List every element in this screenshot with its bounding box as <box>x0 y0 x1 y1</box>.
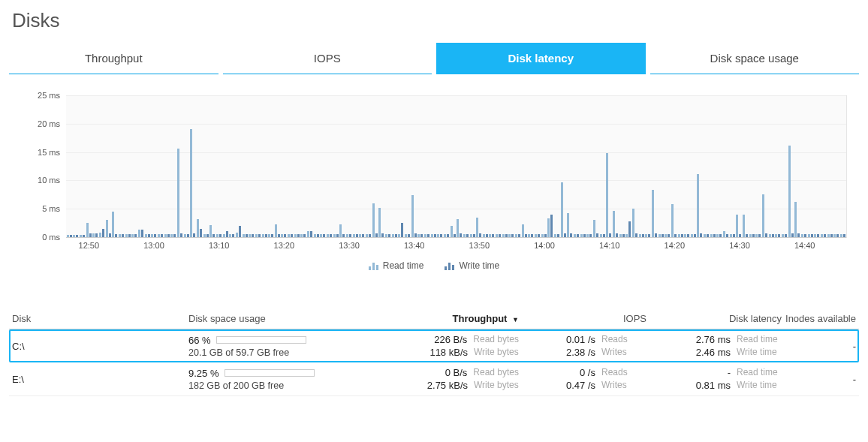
tabs: ThroughputIOPSDisk latencyDisk space usa… <box>9 43 859 74</box>
chart-bar-slot <box>644 95 651 237</box>
label-write-bytes: Write bytes <box>474 347 519 358</box>
legend-read-time[interactable]: Read time <box>369 260 424 271</box>
iops-write: 0.47 /s <box>550 380 595 391</box>
chart-bar-slot <box>716 95 723 237</box>
y-tick: 20 ms <box>26 119 66 128</box>
chart-bar-slot <box>521 95 528 237</box>
table-row[interactable]: E:\ 9.25 % 182 GB of 200 GB free 0 B/sRe… <box>9 362 859 396</box>
legend-write-time[interactable]: Write time <box>445 260 499 271</box>
disk-usage: 66 % 20.1 GB of 59.7 GB free <box>188 335 346 358</box>
chart-bar-slot <box>502 95 508 237</box>
chart-bar-slot <box>495 95 502 237</box>
tab-space[interactable]: Disk space usage <box>650 43 860 74</box>
col-header-throughput[interactable]: Throughput ▼ <box>346 313 519 324</box>
chart-bar-slot <box>580 95 586 237</box>
chart-bar-slot <box>508 95 515 237</box>
chart-bar-slot <box>352 95 359 237</box>
chart-bar-slot <box>592 95 599 237</box>
chart-bar-slot <box>326 95 333 237</box>
chart-bar-slot <box>333 95 339 237</box>
x-tick: 14:30 <box>729 241 750 250</box>
chart-bar-slot <box>98 95 105 237</box>
chart-bar-slot <box>833 95 839 237</box>
chart-bar-slot <box>417 95 423 237</box>
chart-bar-slot <box>79 95 86 237</box>
chart-bar-slot <box>697 95 704 237</box>
chart-bar-slot <box>345 95 352 237</box>
chart-bar-slot <box>443 95 450 237</box>
chart-bar-slot <box>638 95 645 237</box>
chart-bar-slot <box>794 95 801 237</box>
col-header-inodes[interactable]: Inodes available <box>782 313 856 324</box>
chart-bar-slot <box>203 95 209 237</box>
x-tick: 13:10 <box>209 241 230 250</box>
label-writes: Writes <box>601 347 646 358</box>
x-tick: 14:20 <box>665 241 686 250</box>
chart-plot-area: 0 ms5 ms10 ms15 ms20 ms25 ms <box>66 95 847 238</box>
chart-bar-slot <box>235 95 242 237</box>
chart-bar-slot <box>469 95 476 237</box>
chart-bar-slot <box>749 95 755 237</box>
chart-bar-slot <box>463 95 469 237</box>
col-header-throughput-label: Throughput <box>453 313 508 324</box>
chart-bar-slot <box>567 95 574 237</box>
throughput-read: 0 B/s <box>422 367 467 378</box>
chart-bar-slot <box>450 95 457 237</box>
latency-read: - <box>686 367 731 378</box>
col-header-iops[interactable]: IOPS <box>519 313 646 324</box>
chart-bar-slot <box>703 95 710 237</box>
tab-latency[interactable]: Disk latency <box>436 43 646 74</box>
chart-bar-slot <box>664 95 671 237</box>
chart-bar-slot <box>131 95 138 237</box>
chart-bar-slot <box>176 95 183 237</box>
chart-bar-slot <box>228 95 235 237</box>
chart-bar-slot <box>677 95 684 237</box>
chart-bar-slot <box>423 95 430 237</box>
col-header-disk[interactable]: Disk <box>12 313 188 324</box>
tab-throughput[interactable]: Throughput <box>9 43 219 74</box>
chart-bar-slot <box>482 95 489 237</box>
chart-bar-slot <box>690 95 697 237</box>
col-header-usage[interactable]: Disk space usage <box>188 313 346 324</box>
tab-iops[interactable]: IOPS <box>223 43 432 74</box>
chart-bar-slot <box>404 95 411 237</box>
chart-bar-slot <box>66 95 73 237</box>
iops-write: 2.38 /s <box>550 347 595 358</box>
chart-bar-slot <box>164 95 170 237</box>
chart-bar-slot <box>599 95 606 237</box>
chart-bar-slot <box>631 95 638 237</box>
chart-bar-slot <box>125 95 131 237</box>
legend-read-swatch-icon <box>369 261 378 270</box>
table-row[interactable]: C:\ 66 % 20.1 GB of 59.7 GB free 226 B/s… <box>9 329 859 362</box>
table-header-row: Disk Disk space usage Throughput ▼ IOPS … <box>9 308 859 329</box>
chart-bar-slot <box>541 95 547 237</box>
legend-write-label: Write time <box>459 260 499 271</box>
page-title: Disks <box>12 9 859 32</box>
chart-bar-slot <box>378 95 385 237</box>
chart-bar-slot <box>112 95 119 237</box>
label-write-bytes: Write bytes <box>474 380 519 391</box>
y-tick: 0 ms <box>26 233 66 242</box>
disks-table: Disk Disk space usage Throughput ▼ IOPS … <box>9 308 859 396</box>
chart-bar-slot <box>300 95 307 237</box>
y-tick: 10 ms <box>26 176 66 185</box>
chart-bar-slot <box>729 95 736 237</box>
chart-bar-slot <box>534 95 541 237</box>
usage-pct: 9.25 % <box>188 368 219 379</box>
chart-bar-slot <box>189 95 196 237</box>
chart-bar-slot <box>209 95 215 237</box>
chart-bar-slot <box>313 95 320 237</box>
chart-bar-slot <box>528 95 535 237</box>
inodes-available: - <box>782 374 856 385</box>
chart-bar-slot <box>391 95 398 237</box>
chart-bar-slot <box>775 95 782 237</box>
throughput-write: 118 kB/s <box>423 347 468 358</box>
inodes-available: - <box>782 341 856 352</box>
chart-bar-slot <box>384 95 391 237</box>
iops-read: 0 /s <box>550 367 595 378</box>
chart-bar-slot <box>456 95 463 237</box>
chart-bar-slot <box>768 95 775 237</box>
col-header-latency[interactable]: Disk latency <box>646 313 782 324</box>
chart-bar-slot <box>255 95 261 237</box>
chart-bar-slot <box>651 95 658 237</box>
